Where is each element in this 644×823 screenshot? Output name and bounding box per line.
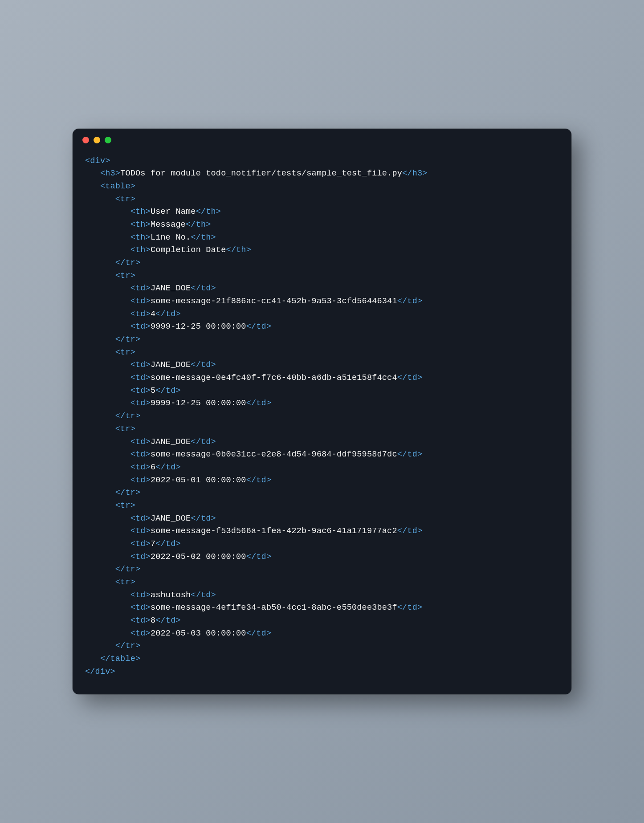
code-window: <div> <h3>TODOs for module todo_notifier… xyxy=(73,129,571,695)
code-content: <div> <h3>TODOs for module todo_notifier… xyxy=(73,148,571,695)
window-titlebar xyxy=(73,129,571,148)
minimize-icon[interactable] xyxy=(94,137,100,143)
maximize-icon[interactable] xyxy=(105,137,111,143)
close-icon[interactable] xyxy=(82,137,89,143)
